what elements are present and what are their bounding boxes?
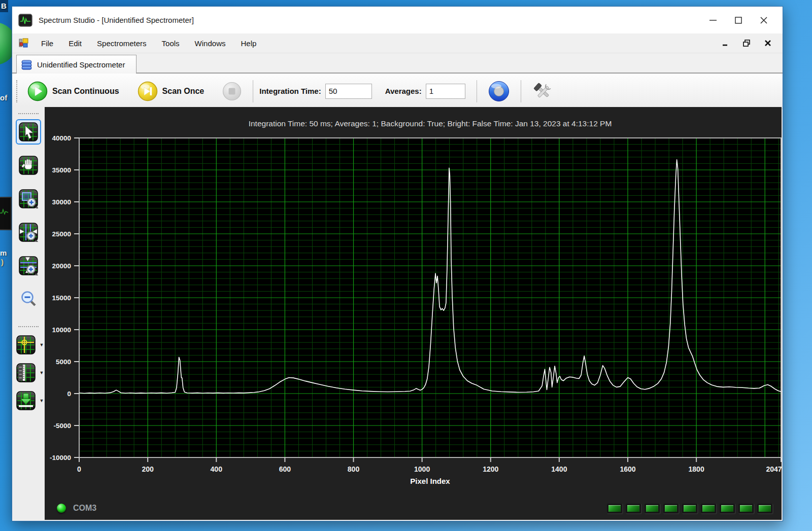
zoom-region-tool-button[interactable] bbox=[16, 186, 41, 211]
menu-item-file[interactable]: File bbox=[33, 36, 61, 51]
mdi-minimize-icon bbox=[722, 40, 729, 47]
skip-icon bbox=[138, 81, 158, 101]
toolbar-grip[interactable] bbox=[16, 80, 17, 102]
y-tick-label: 30000 bbox=[52, 198, 71, 206]
zoom-region-icon bbox=[19, 189, 38, 208]
select-cursor-tool-button[interactable] bbox=[16, 119, 41, 145]
mdi-restore-button[interactable] bbox=[741, 38, 752, 49]
settings-tools-button[interactable] bbox=[527, 78, 559, 105]
stop-button[interactable] bbox=[217, 79, 247, 104]
y-tick-label: 40000 bbox=[52, 134, 71, 142]
window-title: Spectrum Studio - [Unidentified Spectrom… bbox=[39, 16, 194, 24]
toolbar-separator bbox=[521, 80, 521, 102]
close-button[interactable] bbox=[752, 10, 775, 30]
menu-item-tools[interactable]: Tools bbox=[154, 36, 187, 51]
x-tick-label: 1800 bbox=[689, 465, 704, 473]
x-axis-label: Pixel Index bbox=[410, 477, 450, 485]
scale-ruler-icon bbox=[16, 363, 36, 382]
crosshair-icon bbox=[16, 335, 36, 355]
x-tick-label: 1400 bbox=[551, 465, 567, 473]
pan-tool-button[interactable] bbox=[16, 153, 41, 178]
minimize-icon bbox=[709, 16, 717, 24]
mini-spectrum-icon bbox=[0, 208, 9, 215]
x-tick-label: 1200 bbox=[483, 465, 498, 473]
status-led bbox=[626, 504, 641, 513]
menu-items: FileEditSpectrometersToolsWindowsHelp bbox=[33, 36, 264, 51]
zoom-out-icon bbox=[19, 290, 38, 309]
x-tick-label: 800 bbox=[348, 465, 360, 473]
save-tool-button[interactable] bbox=[13, 388, 39, 413]
zoom-out-tool-button[interactable] bbox=[16, 287, 41, 312]
status-led bbox=[757, 504, 772, 513]
background-record-button[interactable] bbox=[483, 78, 515, 105]
toolbar-separator bbox=[477, 80, 477, 102]
x-tick-label: 600 bbox=[279, 465, 291, 473]
x-tick-label: 2047 bbox=[766, 465, 782, 473]
chart-toolstrip: ▼ ▼ ▼ bbox=[12, 107, 45, 520]
menu-item-spectrometers[interactable]: Spectrometers bbox=[89, 36, 154, 51]
mdi-minimize-button[interactable] bbox=[720, 38, 731, 49]
workspace: ▼ ▼ ▼ Integ bbox=[12, 107, 782, 520]
toolbar-separator bbox=[253, 80, 253, 102]
mdi-close-button[interactable] bbox=[762, 38, 773, 49]
status-led bbox=[607, 504, 622, 513]
toolstrip-grip[interactable] bbox=[18, 113, 39, 114]
x-tick-label: 1600 bbox=[620, 465, 635, 473]
menu-bar: FileEditSpectrometersToolsWindowsHelp bbox=[12, 33, 783, 53]
integration-time-input[interactable] bbox=[325, 84, 372, 99]
y-tick-label: 0 bbox=[67, 390, 71, 398]
dropdown-arrow-icon[interactable]: ▼ bbox=[40, 398, 44, 403]
dropdown-arrow-icon[interactable]: ▼ bbox=[40, 342, 44, 347]
zoom-horizontal-icon bbox=[19, 223, 38, 242]
tab-strip: Unidentified Spectrometer bbox=[12, 53, 783, 74]
spectrum-plot[interactable]: 4000035000300002500020000150001000050000… bbox=[45, 107, 782, 492]
hand-icon bbox=[19, 156, 38, 175]
status-led bbox=[701, 504, 716, 513]
save-download-icon bbox=[16, 391, 36, 410]
menu-item-help[interactable]: Help bbox=[233, 36, 264, 51]
status-led bbox=[738, 504, 754, 513]
y-tick-label: 15000 bbox=[52, 294, 71, 302]
dropdown-arrow-icon[interactable]: ▼ bbox=[40, 370, 44, 375]
app-window: Spectrum Studio - [Unidentified Spectrom… bbox=[12, 6, 783, 521]
close-icon bbox=[760, 16, 768, 24]
maximize-button[interactable] bbox=[727, 10, 750, 30]
minimize-button[interactable] bbox=[701, 10, 725, 30]
status-bar: COM3 bbox=[45, 500, 782, 517]
desktop-icon-label: m bbox=[0, 249, 7, 257]
title-bar[interactable]: Spectrum Studio - [Unidentified Spectrom… bbox=[12, 7, 783, 33]
status-led bbox=[663, 504, 679, 513]
zoom-vertical-tool-button[interactable] bbox=[16, 253, 41, 278]
cursor-arrow-icon bbox=[19, 122, 38, 141]
mdi-child-icon bbox=[18, 38, 29, 49]
menu-item-windows[interactable]: Windows bbox=[187, 36, 233, 51]
crosshair-cursor-tool-button[interactable] bbox=[13, 332, 39, 358]
zoom-horizontal-tool-button[interactable] bbox=[16, 220, 41, 245]
y-tick-label: -10000 bbox=[50, 454, 71, 462]
y-tick-label: -5000 bbox=[53, 422, 71, 430]
main-toolbar: Scan Continuous Scan Once Integration Ti… bbox=[12, 74, 783, 109]
connection-status-led bbox=[57, 504, 66, 513]
menu-item-edit[interactable]: Edit bbox=[61, 36, 89, 51]
x-tick-label: 0 bbox=[77, 465, 81, 473]
mdi-window-controls bbox=[720, 38, 773, 49]
zoom-vertical-icon bbox=[19, 256, 38, 275]
mdi-close-icon bbox=[764, 40, 771, 47]
scan-continuous-label: Scan Continuous bbox=[52, 87, 119, 96]
averages-label: Averages: bbox=[385, 87, 422, 95]
averages-input[interactable] bbox=[426, 84, 465, 99]
y-tick-label: 20000 bbox=[52, 262, 71, 270]
scan-once-button[interactable]: Scan Once bbox=[132, 78, 210, 104]
com-port-label: COM3 bbox=[73, 504, 96, 513]
desktop-icon-label: of bbox=[0, 93, 7, 102]
scale-tool-button[interactable] bbox=[13, 360, 39, 385]
status-led bbox=[720, 504, 735, 513]
led-bank bbox=[607, 504, 772, 513]
tab-unidentified-spectrometer[interactable]: Unidentified Spectrometer bbox=[16, 55, 137, 74]
x-tick-label: 1000 bbox=[414, 465, 430, 473]
status-led bbox=[645, 504, 660, 513]
x-tick-label: 200 bbox=[142, 465, 154, 473]
scan-continuous-button[interactable]: Scan Continuous bbox=[22, 78, 124, 104]
chart-panel: Integration Time: 50 ms; Averages: 1; Ba… bbox=[45, 107, 782, 520]
desktop-icon-label: ) bbox=[1, 258, 4, 266]
